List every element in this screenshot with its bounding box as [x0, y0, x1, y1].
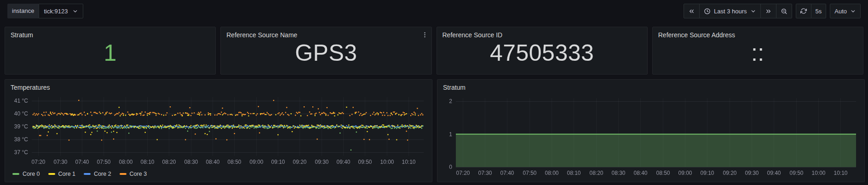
dashboard-body: Stratum 1 Reference Source Name GPS3 Ref… — [0, 22, 868, 182]
chevron-down-icon — [750, 8, 756, 14]
series-color-marker — [12, 173, 19, 175]
stat-panel-stratum: Stratum 1 — [5, 27, 216, 75]
legend-label: Core 0 — [23, 171, 40, 177]
auto-label: Auto — [834, 8, 847, 15]
stat-panel-reference-source-id: Reference Source ID 47505333 — [437, 27, 648, 75]
chevron-down-icon — [850, 8, 856, 14]
dashboard-header: instance tick:9123 Last 3 hours — [0, 0, 868, 22]
zoom-out-button[interactable] — [776, 4, 792, 18]
refresh-group: 5s — [796, 4, 827, 18]
legend-item-core-1[interactable]: Core 1 — [48, 171, 76, 177]
chevrons-left-icon — [688, 8, 695, 15]
stat-value: 47505333 — [443, 39, 642, 70]
stratum-panel: Stratum — [437, 79, 865, 182]
temperatures-legend: Core 0 Core 1 Core 2 Core 3 — [11, 169, 426, 179]
time-shift-back-button[interactable] — [684, 4, 700, 18]
time-range-group: Last 3 hours — [684, 4, 792, 18]
search-minus-icon — [781, 8, 788, 15]
panel-title: Temperatures — [11, 83, 426, 92]
refresh-interval-label: 5s — [816, 8, 822, 15]
clock-icon — [704, 8, 711, 15]
variable-value-dropdown[interactable]: tick:9123 — [39, 4, 83, 18]
stat-panel-row: Stratum 1 Reference Source Name GPS3 Ref… — [5, 27, 863, 75]
series-color-marker — [84, 173, 91, 175]
stratum-chart[interactable] — [443, 93, 859, 180]
panel-title: Reference Source Address — [658, 31, 857, 39]
auto-dropdown[interactable]: Auto — [830, 4, 861, 18]
variable-label: instance — [7, 4, 39, 18]
chevrons-right-icon — [765, 8, 772, 15]
stat-value: :: — [658, 39, 857, 70]
series-color-marker — [48, 173, 55, 175]
kebab-menu-icon[interactable] — [420, 30, 429, 39]
chevron-down-icon — [72, 8, 78, 14]
panel-title: Stratum — [11, 31, 210, 39]
time-shift-forward-button[interactable] — [760, 4, 776, 18]
legend-item-core-3[interactable]: Core 3 — [120, 171, 147, 177]
stat-panel-reference-source-address: Reference Source Address :: — [652, 27, 863, 75]
panel-title: Reference Source ID — [443, 31, 642, 39]
stat-panel-reference-source-name: Reference Source Name GPS3 — [220, 27, 431, 75]
template-variable-picker: instance tick:9123 — [7, 4, 83, 18]
series-color-marker — [120, 173, 126, 175]
refresh-button[interactable] — [796, 4, 811, 18]
variable-value: tick:9123 — [44, 8, 68, 15]
temperatures-panel: Temperatures Core 0 Core 1 Core 2 Core — [5, 79, 432, 182]
refresh-icon — [800, 8, 807, 14]
stat-value: GPS3 — [226, 39, 425, 70]
legend-label: Core 3 — [130, 171, 147, 177]
legend-item-core-0[interactable]: Core 0 — [12, 171, 40, 177]
panel-title: Reference Source Name — [226, 31, 425, 39]
legend-label: Core 1 — [58, 171, 76, 177]
refresh-interval-button[interactable]: 5s — [811, 4, 827, 18]
panel-title: Stratum — [443, 83, 859, 92]
time-range-picker[interactable]: Last 3 hours — [699, 4, 761, 18]
time-range-label: Last 3 hours — [714, 8, 747, 15]
time-controls: Last 3 hours — [684, 4, 861, 18]
temperatures-chart[interactable] — [11, 93, 426, 168]
legend-item-core-2[interactable]: Core 2 — [84, 171, 111, 177]
stat-value: 1 — [11, 39, 210, 70]
chart-panel-row: Temperatures Core 0 Core 1 Core 2 Core — [5, 79, 863, 182]
legend-label: Core 2 — [94, 171, 111, 177]
